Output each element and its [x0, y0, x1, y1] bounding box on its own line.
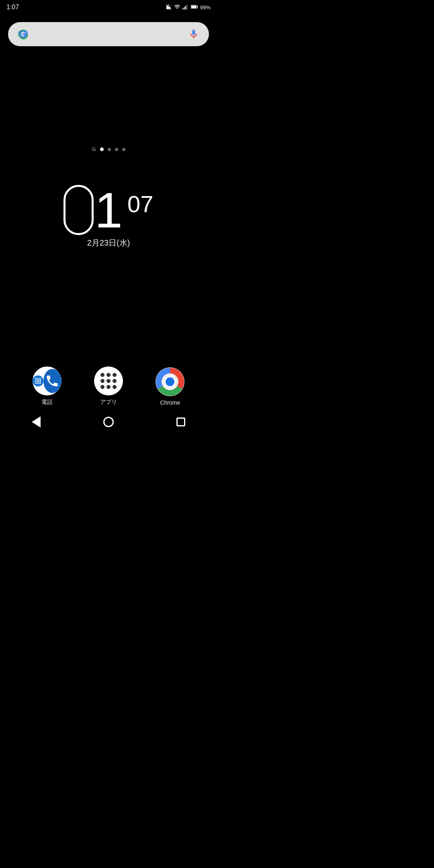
battery-percentage: 99%	[200, 4, 211, 10]
chrome-app-icon[interactable]	[156, 367, 184, 396]
status-bar: 1:07	[0, 0, 217, 14]
phone-label: 電話	[41, 399, 53, 406]
apps-app-icon[interactable]	[94, 366, 123, 395]
back-icon	[32, 416, 41, 428]
svg-rect-5	[191, 5, 196, 8]
google-search-bar[interactable]: G G	[8, 22, 209, 46]
svg-rect-3	[187, 4, 188, 9]
chrome-label: Chrome	[160, 399, 180, 406]
back-button[interactable]	[26, 412, 46, 432]
dock-item-phone[interactable]: 電話	[33, 366, 61, 406]
clock-hours: 1	[63, 185, 123, 235]
svg-rect-16	[35, 382, 36, 383]
home-button[interactable]	[98, 412, 119, 432]
clock-digit-0	[63, 185, 94, 235]
page-indicator-active	[100, 147, 104, 151]
phone-app-icon[interactable]	[33, 366, 61, 395]
wifi-icon	[174, 4, 180, 11]
status-icons: 99%	[166, 4, 211, 11]
navigation-bar	[0, 410, 217, 434]
battery-icon	[191, 4, 198, 11]
clock-minutes-display: 07	[127, 190, 154, 217]
page-indicator-2	[108, 148, 111, 151]
home-icon	[103, 417, 114, 427]
page-indicator-3	[115, 148, 118, 151]
svg-rect-1	[184, 7, 185, 10]
clock-widget: 1 07 2月23日(水)	[0, 185, 217, 248]
google-logo: G G	[16, 27, 31, 41]
google-g-icon: G	[19, 28, 27, 41]
status-time: 1:07	[6, 4, 19, 11]
clock-date: 2月23日(水)	[87, 237, 130, 248]
svg-rect-0	[183, 8, 184, 9]
svg-rect-2	[185, 6, 186, 9]
clock-digit-1: 1	[94, 185, 123, 235]
svg-point-22	[166, 377, 174, 386]
recents-button[interactable]	[171, 412, 191, 432]
dock-item-apps[interactable]: アプリ	[94, 366, 123, 406]
page-indicator-4	[122, 148, 125, 151]
page-indicators: G	[0, 146, 217, 152]
clock-time: 1 07	[63, 185, 153, 235]
svg-rect-15	[39, 380, 41, 381]
recents-icon	[176, 418, 185, 426]
apps-label: アプリ	[100, 399, 117, 406]
signal-icon	[182, 4, 189, 11]
svg-rect-12	[39, 378, 41, 379]
dock: 電話 アプリ	[0, 366, 217, 406]
voice-search-button[interactable]	[186, 27, 201, 41]
page-indicator-g: G	[92, 146, 96, 152]
apps-grid-icon	[100, 373, 117, 389]
mute-icon	[166, 4, 172, 11]
svg-rect-6	[197, 6, 198, 7]
dock-item-chrome[interactable]: Chrome	[156, 367, 184, 406]
svg-point-8	[193, 30, 194, 32]
